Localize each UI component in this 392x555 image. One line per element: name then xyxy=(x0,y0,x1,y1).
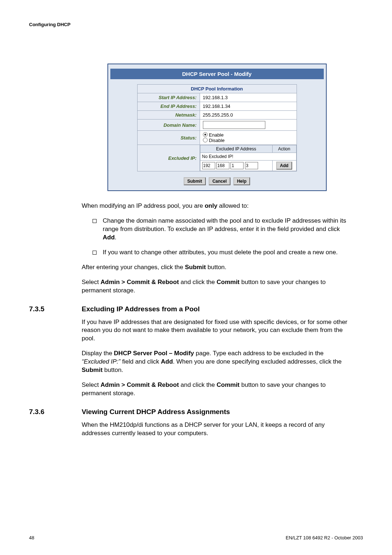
after-changes-paragraph: After entering your changes, click the S… xyxy=(82,263,352,272)
pool-info-table: DHCP Pool Information Start IP Address: … xyxy=(137,84,297,171)
ip-octet-3[interactable]: 1 xyxy=(230,162,244,169)
intro-paragraph: When modifying an IP address pool, you a… xyxy=(82,202,352,210)
s735p3-c: and click the xyxy=(179,381,217,388)
s735p2-h: Submit xyxy=(82,366,103,373)
s735p2-b: DHCP Server Pool – Modify xyxy=(114,350,194,357)
s735p2-g: . When you are done specifying excluded … xyxy=(173,358,342,365)
pool-info-header: DHCP Pool Information xyxy=(137,85,297,93)
label-domain-name: Domain Name: xyxy=(137,119,200,131)
bullet-1-bold: Add xyxy=(103,234,115,241)
value-end-ip: 192.168.1.34 xyxy=(200,102,297,111)
excluded-col-action: Action xyxy=(272,145,296,153)
c1-b: Admin > Commit & Reboot xyxy=(101,279,179,285)
s735p3-a: Select xyxy=(82,381,101,388)
excluded-ip-table: Excluded IP Address Action No Excluded I… xyxy=(200,145,297,171)
s735p2-c: page. Type each address to be excluded i… xyxy=(194,350,324,357)
c1-c: and click the xyxy=(179,279,217,285)
sec735-p1: If you have IP addresses that are design… xyxy=(82,318,352,343)
footer-doc-info: EN/LZT 108 6492 R2 - October 2003 xyxy=(286,535,363,540)
bullet-1: Change the domain name associated with t… xyxy=(93,217,352,242)
excluded-none-row: No Excluded IP! xyxy=(200,153,296,161)
section-736-number: 7.3.6 xyxy=(29,408,82,416)
after-pre: After entering your changes, click the xyxy=(82,264,185,271)
after-bold: Submit xyxy=(185,264,206,271)
screenshot-title: DHCP Server Pool - Modify xyxy=(110,69,324,79)
intro-post: allowed to: xyxy=(217,202,249,209)
c1-d: Commit xyxy=(217,279,240,285)
sec736-p1: When the HM210dp/di functions as a DHCP … xyxy=(82,421,352,438)
status-enable-radio[interactable] xyxy=(203,132,208,137)
status-disable-label: Disable xyxy=(209,138,225,143)
add-button[interactable]: Add xyxy=(276,162,292,170)
ip-octet-4[interactable]: 3 xyxy=(245,162,258,169)
c1-a: Select xyxy=(82,279,101,285)
excluded-col-address: Excluded IP Address xyxy=(200,145,272,153)
section-735-number: 7.3.5 xyxy=(29,305,82,313)
cancel-button[interactable]: Cancel xyxy=(209,177,230,185)
after-post: button. xyxy=(206,264,226,271)
intro-bold: only xyxy=(205,202,217,209)
label-status: Status: xyxy=(137,131,200,145)
status-disable-radio[interactable] xyxy=(203,138,208,142)
sec735-p2: Display the DHCP Server Pool – Modify pa… xyxy=(82,349,352,374)
s735p2-d: “Excluded IP:” xyxy=(82,358,121,365)
s735p3-d: Commit xyxy=(217,381,240,388)
section-735-title: Excluding IP Addresses from a Pool xyxy=(82,305,200,313)
s735p3-b: Admin > Commit & Reboot xyxy=(101,381,179,388)
bullet-2-pre: If you want to change other attributes, … xyxy=(103,249,338,256)
value-start-ip: 192.168.1.3 xyxy=(200,93,297,102)
section-736-title: Viewing Current DHCP Address Assignments xyxy=(82,408,230,416)
help-button[interactable]: Help xyxy=(233,177,250,185)
ip-octet-1[interactable]: 192 xyxy=(202,162,215,169)
label-netmask: Netmask: xyxy=(137,111,200,119)
commit-paragraph-1: Select Admin > Commit & Reboot and click… xyxy=(82,278,352,295)
s735p2-e: field and click xyxy=(121,358,161,365)
sec735-p3: Select Admin > Commit & Reboot and click… xyxy=(82,381,352,398)
value-netmask: 255.255.255.0 xyxy=(200,111,297,119)
intro-pre: When modifying an IP address pool, you a… xyxy=(82,202,205,209)
s735p2-f: Add xyxy=(161,358,173,365)
running-head: Configuring DHCP xyxy=(29,22,363,27)
s735p2-i: button. xyxy=(103,366,123,373)
ip-octet-2[interactable]: 168 xyxy=(216,162,229,169)
status-enable-label: Enable xyxy=(209,132,224,138)
s735p2-a: Display the xyxy=(82,350,114,357)
label-excluded-ip: Excluded IP: xyxy=(137,145,200,171)
label-start-ip: Start IP Address: xyxy=(137,93,200,102)
bullet-1-post: . xyxy=(115,234,117,241)
submit-button[interactable]: Submit xyxy=(184,177,206,185)
domain-name-input[interactable] xyxy=(203,121,265,129)
footer-page-number: 48 xyxy=(29,535,34,540)
bullet-1-pre: Change the domain name associated with t… xyxy=(103,217,346,232)
bullet-2: If you want to change other attributes, … xyxy=(93,248,352,257)
label-end-ip: End IP Address: xyxy=(137,102,200,111)
bullet-list: Change the domain name associated with t… xyxy=(93,217,352,257)
dhcp-modify-screenshot: DHCP Server Pool - Modify DHCP Pool Info… xyxy=(107,64,327,191)
